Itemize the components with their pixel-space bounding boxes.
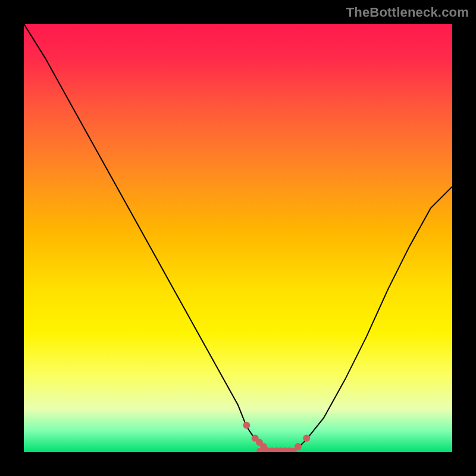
plot-area — [24, 24, 452, 452]
bottleneck-curve — [24, 24, 452, 452]
watermark-text: TheBottleneck.com — [346, 5, 469, 20]
chart-frame: TheBottleneck.com — [0, 0, 476, 476]
curve-svg — [24, 24, 452, 452]
optimal-dot — [243, 422, 250, 429]
optimal-dot — [295, 443, 302, 450]
optimal-dots-group — [243, 422, 310, 452]
optimal-dot — [303, 434, 310, 441]
